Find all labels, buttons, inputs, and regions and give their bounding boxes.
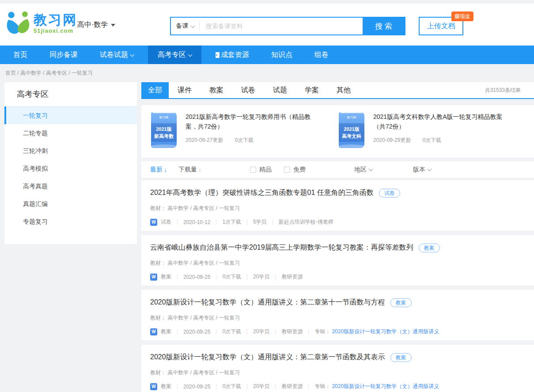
search-scope-label: 备课 [176,22,189,30]
uploader-source: 教研资源 [281,383,303,390]
tab-lesson-plans[interactable]: 教案 [201,82,232,98]
uploader-source: 教研资源 [281,328,303,335]
brand-logo[interactable]: 教习网 51jiaoxi.com [5,11,77,36]
nav-item-home[interactable]: 首页 [5,46,35,64]
divider [216,274,216,280]
divider [308,329,309,335]
download-count: 0次下载 [222,383,241,390]
featured-card-body: 2021版新高考数学一轮复习教师用书（精品教案，共72份） 2020-09-27… [186,112,320,158]
album-label: 专辑： [314,383,330,390]
search-input[interactable] [200,18,363,34]
nav-item-sync-prep[interactable]: 同步备课 [42,46,86,64]
featured-meta: 2020-09-27更新 0次下载 [186,137,320,144]
nav-label: 同步备课 [49,50,78,60]
sidebar-item-real-exam-compilation[interactable]: 真题汇编 [4,195,137,213]
cover-line: 新高考数 [154,133,174,140]
sidebar-item-topic-review[interactable]: 专题复习 [4,213,137,230]
word-doc-icon: W [150,219,157,226]
album-link[interactable]: 2020版新设计一轮复习数学（文）通用版讲义 [332,383,439,390]
upload-date: 2020-09-25 [183,384,210,390]
featured-title[interactable]: 2021版新高考数学一轮复习教师用书（精品教案，共72份） [186,112,320,131]
cover-title-band: 2021版 高考文科 [339,123,364,142]
filter-bar: 最新 下载量 精品 免费 地区 版本 [141,161,534,178]
featured-card-body: 2021版高考文科数学人教A版一轮复习精品教案（共72份） 2020-09-29… [373,112,508,158]
word-doc-icon: W [150,274,157,281]
chevron-down-icon [188,52,193,57]
sidebar-item-third-round-sprint[interactable]: 三轮冲刺 [4,142,137,160]
divider [275,274,276,280]
featured-card[interactable]: 教习网 2021版 高考文科 2021版高考文科数学人教A版一轮复习精品教案（共… [339,112,526,158]
album-label: 专辑： [314,328,330,335]
search-button[interactable]: 搜 索 [363,18,405,34]
word-doc-icon: W [150,383,157,390]
result-title-link[interactable]: 2020版新设计一轮复习数学（文）通用版讲义：第二章第十一节函数与方程 [150,298,385,307]
divider [247,220,247,225]
nav-label: 试卷试题 [100,50,128,60]
breadcrumb[interactable]: 首页 / 高中数学 / 高考专区 / 一轮复习 [5,64,93,82]
nav-item-resource-sets[interactable]: 成套资源 [208,46,257,64]
result-title-link[interactable]: 2021年高考数学（理）突破性讲练之三角函数专题01 任意角的三角函数 [150,188,374,198]
sidebar-item-first-round-review[interactable]: 一轮复习 [4,107,137,124]
tab-other[interactable]: 其他 [328,82,360,98]
uploader-source: 教研资源 [281,273,303,281]
search-scope-dropdown[interactable]: 备课 [171,18,199,34]
type-badge: 教案 [390,298,412,307]
brand-name: 教习网 [34,13,77,27]
sort-by-newest[interactable]: 最新 [150,166,167,174]
featured-row: 教习网 2021版 新高考数 2021版新高考数学一轮复习教师用书（精品教案，共… [141,105,534,158]
upload-date: 2020-09-25 [183,329,210,335]
chevron-down-icon [369,167,373,171]
result-title-link[interactable]: 云南省峨山彝族自治县第一中学2019届高三上学期数学一轮复习教案：再探等差数列 [150,243,413,252]
download-count: 0次下载 [235,137,254,144]
result-item: 云南省峨山彝族自治县第一中学2019届高三上学期数学一轮复习教案：再探等差数列 … [141,235,534,285]
nav-item-knowledge-points[interactable]: 知识点 [263,46,300,64]
divider [275,329,276,335]
checkbox-label: 精品 [259,166,272,174]
nav-item-gaokao-zone[interactable]: 高考专区 [148,46,201,64]
nav-item-exam-papers[interactable]: 试卷试题 [92,46,142,64]
nav-label: 知识点 [271,50,292,60]
file-type: 教案 [161,383,171,390]
nav-label: 高考专区 [158,50,186,60]
download-count: 0次下载 [422,137,441,144]
subject-label: 高中·数学 [77,21,108,28]
region-dropdown[interactable]: 地区 [354,166,372,174]
nav-label: 成套资源 [221,50,249,60]
main-nav: 首页 同步备课 试卷试题 高考专区 成套资源 知识点 组卷 [0,46,534,64]
sidebar-item-second-round-topics[interactable]: 二轮专题 [4,124,137,142]
filter-premium-checkbox[interactable]: 精品 [250,166,272,174]
divider [247,329,247,335]
divider [308,384,309,389]
featured-title[interactable]: 2021版高考文科数学人教A版一轮复习精品教案（共72份） [373,112,508,131]
subject-dropdown[interactable]: 高中·数学 [77,20,115,30]
nav-label: 首页 [13,50,27,60]
tab-test-papers[interactable]: 试卷 [232,82,264,98]
divider [177,274,178,280]
checkbox-label: 免费 [293,166,306,174]
result-title-link[interactable]: 2020版新设计一轮复习数学（文）通用版讲义：第二章第一节函数及其表示 [150,353,385,362]
cover-title-band: 2021版 新高考数 [151,123,177,142]
tab-questions[interactable]: 试题 [264,82,296,98]
sort-desc-icon [197,166,201,173]
sidebar-title: 高考专区 [4,82,137,107]
tab-study-plans[interactable]: 学案 [296,82,328,98]
sort-by-downloads[interactable]: 下载量 [178,166,201,174]
type-tabs: 全部 课件 教案 试卷 试题 学案 其他 共31533条结果 [141,82,534,99]
filter-free-checkbox[interactable]: 免费 [284,166,306,174]
tab-all[interactable]: 全部 [141,82,169,98]
updated-date: 2020-09-29更新 [373,137,411,144]
nav-item-paper-builder[interactable]: 组卷 [307,46,337,64]
album-link[interactable]: 2020版新设计一轮复习数学（文）通用版讲义 [332,328,439,335]
sidebar-item-gaokao-real-exams[interactable]: 高考真题 [4,177,137,195]
featured-card[interactable]: 教习网 2021版 新高考数 2021版新高考数学一轮复习教师用书（精品教案，共… [151,112,339,158]
sidebar-item-gaokao-mock[interactable]: 高考模拟 [4,160,137,177]
version-dropdown[interactable]: 版本 [413,166,431,174]
book-cover-thumbnail: 教习网 2021版 高考文科 [339,112,364,148]
tab-courseware[interactable]: 课件 [169,82,201,98]
result-item: 2020版新设计一轮复习数学（文）通用版讲义：第二章第一节函数及其表示 教案 教… [141,345,534,392]
sort-label: 下载量 [178,166,197,174]
download-count: 0次下载 [222,328,241,335]
credit-price: 20学贝 [253,328,269,335]
download-count: 1次下载 [222,218,241,226]
result-item: 2021年高考数学（理）突破性讲练之三角函数专题01 任意角的三角函数 试卷 教… [141,180,534,231]
